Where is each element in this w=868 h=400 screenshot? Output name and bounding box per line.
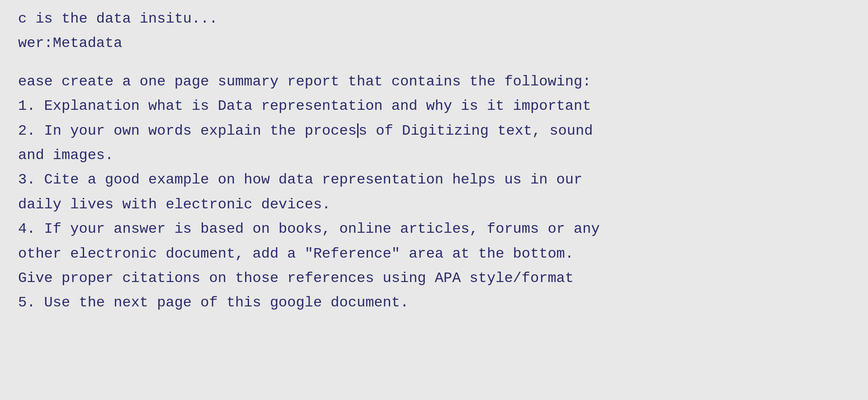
line-item-2-cont: and images. <box>18 143 850 168</box>
line-item-4: 4. If your answer is based on books, onl… <box>18 217 850 241</box>
text-item-2-part1: 2. In your own words explain the proces <box>18 122 357 139</box>
line-answer: wer:Metadata <box>18 31 850 56</box>
blank-line-1 <box>18 56 850 70</box>
text-partial: c is the data insitu... <box>18 10 218 27</box>
line-item-4-cont1: other electronic document, add a "Refere… <box>18 242 850 266</box>
line-item-4-cont2: Give proper citations on those reference… <box>18 266 850 291</box>
line-item-5: 5. Use the next page of this google docu… <box>18 291 850 315</box>
line-instructions-intro: ease create a one page summary report th… <box>18 70 850 94</box>
text-item-4-cont1: other electronic document, add a "Refere… <box>18 245 574 262</box>
line-item-3-cont: daily lives with electronic devices. <box>18 193 850 217</box>
line-item-2: 2. In your own words explain the process… <box>18 119 850 143</box>
text-item-3: 3. Cite a good example on how data repre… <box>18 171 582 188</box>
text-answer: wer:Metadata <box>18 35 122 52</box>
text-item-3-continuation: daily lives with electronic devices. <box>18 196 330 213</box>
text-item-1: 1. Explanation what is Data representati… <box>18 98 591 114</box>
line-item-3: 3. Cite a good example on how data repre… <box>18 168 850 192</box>
line-partial-top: c is the data insitu... <box>18 5 850 31</box>
document-page: c is the data insitu... wer:Metadata eas… <box>0 0 868 400</box>
text-item-4-cont2: Give proper citations on those reference… <box>18 270 574 287</box>
text-item-2-continuation: and images. <box>18 147 113 164</box>
text-intro: ease create a one page summary report th… <box>18 73 591 90</box>
text-item-2-part2: s of Digitizing text, sound <box>359 122 593 139</box>
line-item-1: 1. Explanation what is Data representati… <box>18 94 850 118</box>
text-item-4: 4. If your answer is based on books, onl… <box>18 221 600 237</box>
text-item-5: 5. Use the next page of this google docu… <box>18 294 409 311</box>
